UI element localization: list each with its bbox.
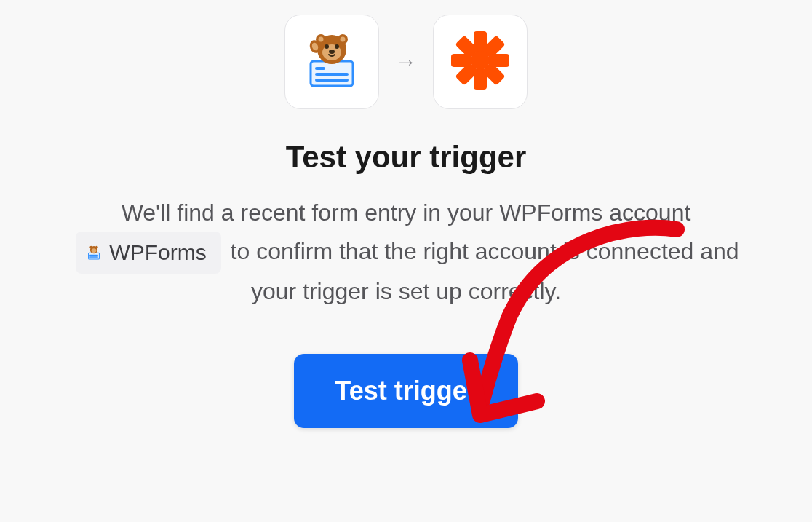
description-part2: to confirm that the right account is con…	[231, 237, 739, 304]
account-chip-label: WPForms	[109, 236, 206, 270]
svg-point-12	[329, 50, 335, 54]
zapier-icon	[447, 28, 513, 96]
svg-point-7	[319, 37, 324, 42]
svg-point-11	[335, 44, 339, 49]
svg-point-30	[92, 248, 97, 253]
arrow-right-icon: →	[395, 50, 417, 74]
svg-point-8	[341, 37, 346, 42]
app-connection-row: →	[284, 15, 528, 109]
description-text: We'll find a recent form entry in your W…	[49, 195, 763, 310]
description-part1: We'll find a recent form entry in your W…	[122, 199, 691, 226]
svg-point-10	[325, 44, 329, 49]
wpforms-chip-icon	[86, 245, 102, 261]
target-app-tile	[433, 15, 528, 109]
test-trigger-button[interactable]: Test trigger	[294, 354, 517, 428]
svg-rect-25	[89, 255, 98, 256]
svg-point-28	[90, 246, 93, 249]
svg-rect-26	[89, 256, 98, 257]
svg-rect-24	[89, 253, 100, 259]
svg-point-29	[95, 246, 98, 249]
source-app-tile	[284, 15, 379, 109]
svg-rect-1	[315, 67, 325, 70]
svg-rect-3	[315, 79, 349, 82]
svg-point-23	[471, 51, 490, 70]
wpforms-icon	[300, 29, 363, 95]
page-title: Test your trigger	[286, 140, 527, 175]
svg-rect-2	[315, 73, 349, 76]
account-chip[interactable]: WPForms	[76, 232, 220, 274]
